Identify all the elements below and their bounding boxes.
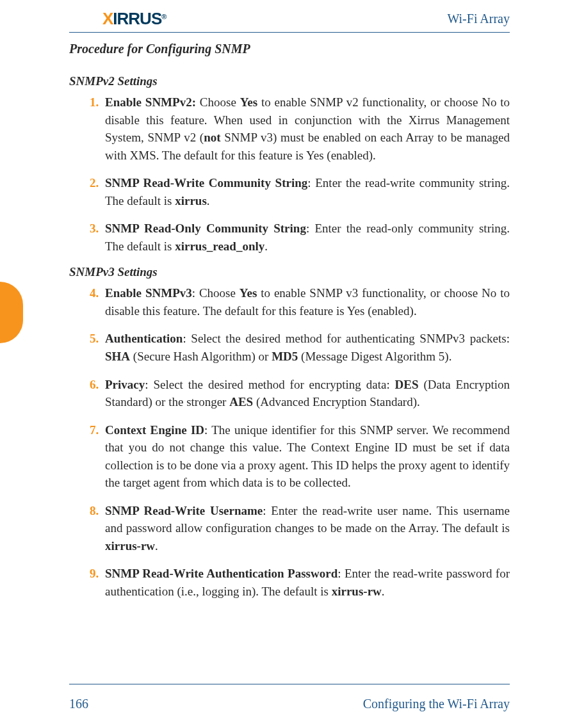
item-text: : Select the desired method for authenti… (183, 332, 510, 345)
item-bold: xirrus-rw (332, 585, 382, 598)
item-body: SNMP Read-Write Authentication Password:… (105, 565, 510, 600)
item-bold: DES (395, 378, 419, 391)
item-lead: SNMP Read-Write Authentication Password (105, 567, 337, 580)
list-item: 3. SNMP Read-Only Community String: Ente… (69, 220, 510, 255)
item-number: 6. (69, 376, 105, 411)
item-text: . (207, 194, 210, 207)
page-content: Procedure for Configuring SNMP SNMPv2 Se… (0, 33, 577, 601)
item-bold: SHA (105, 350, 130, 363)
item-text: (Secure Hash Algorithm) or (130, 350, 272, 363)
footer-divider (69, 684, 510, 684)
list-item: 6. Privacy: Select the desired method fo… (69, 376, 510, 411)
item-lead: SNMP Read-Only Community String (105, 222, 306, 235)
logo-mark: X (102, 9, 113, 29)
brand-logo: XIRRUS® (102, 9, 166, 29)
item-lead: SNMP Read-Write Community String (105, 176, 307, 190)
item-text: (Advanced Encryption Standard). (253, 395, 420, 408)
page-header: XIRRUS® Wi-Fi Array (0, 9, 577, 28)
item-body: Authentication: Select the desired metho… (105, 330, 510, 365)
item-number: 1. (69, 93, 105, 164)
snmpv2-heading: SNMPv2 Settings (69, 74, 510, 88)
logo-text: IRRUS (113, 9, 161, 29)
footer-section-title: Configuring the Wi-Fi Array (363, 697, 510, 711)
item-text: . (264, 239, 268, 253)
item-bold: xirrus-rw (105, 539, 155, 553)
list-item: 4. Enable SNMPv3: Choose Yes to enable S… (69, 284, 510, 320)
snmpv3-heading: SNMPv3 Settings (69, 265, 510, 279)
item-text: . (155, 539, 158, 553)
item-lead: SNMP Read-Write Username (105, 504, 263, 517)
procedure-title: Procedure for Configuring SNMP (69, 42, 510, 56)
item-number: 7. (69, 421, 105, 492)
item-body: SNMP Read-Write Community String: Enter … (105, 174, 510, 209)
item-lead: Privacy (105, 378, 145, 391)
item-body: SNMP Read-Only Community String: Enter t… (105, 220, 510, 255)
item-bold: not (204, 131, 220, 144)
item-bold: MD5 (272, 350, 298, 363)
list-item: 5. Authentication: Select the desired me… (69, 330, 510, 365)
list-item: 7. Context Engine ID: The unique identif… (69, 421, 510, 492)
list-item: 8. SNMP Read-Write Username: Enter the r… (69, 502, 510, 555)
item-lead: Context Engine ID (105, 423, 204, 437)
item-text: (Message Digest Algorithm 5). (298, 350, 451, 363)
item-bold: AES (229, 395, 253, 408)
item-bold: Yes (240, 95, 257, 109)
item-text: . (382, 585, 385, 598)
list-item: 9. SNMP Read-Write Authentication Passwo… (69, 565, 510, 600)
item-text: : Select the desired method for encrypti… (145, 378, 394, 391)
item-body: Enable SNMPv3: Choose Yes to enable SNMP… (105, 284, 510, 320)
item-bold: Yes (240, 286, 257, 300)
logo-registered: ® (161, 13, 166, 20)
item-text: Choose (196, 95, 240, 109)
header-product-name: Wi-Fi Array (447, 12, 510, 26)
item-body: Enable SNMPv2: Choose Yes to enable SNMP… (105, 93, 510, 164)
item-body: Context Engine ID: The unique identifier… (105, 421, 510, 492)
item-bold: xirrus (175, 194, 207, 207)
list-item: 1. Enable SNMPv2: Choose Yes to enable S… (69, 93, 510, 164)
item-number: 8. (69, 502, 105, 555)
item-number: 5. (69, 330, 105, 365)
item-lead: Enable SNMPv3 (105, 286, 192, 300)
page-number: 166 (69, 697, 88, 711)
item-number: 4. (69, 284, 105, 320)
item-lead: Enable SNMPv2: (105, 95, 196, 109)
item-lead: Authentication (105, 332, 183, 345)
page-footer: 166 Configuring the Wi-Fi Array (69, 697, 510, 711)
item-text: : Choose (192, 286, 240, 300)
item-body: Privacy: Select the desired method for e… (105, 376, 510, 411)
item-number: 9. (69, 565, 105, 600)
item-number: 3. (69, 220, 105, 255)
item-number: 2. (69, 174, 105, 209)
list-item: 2. SNMP Read-Write Community String: Ent… (69, 174, 510, 209)
item-bold: xirrus_read_only (175, 239, 264, 253)
item-body: SNMP Read-Write Username: Enter the read… (105, 502, 510, 555)
